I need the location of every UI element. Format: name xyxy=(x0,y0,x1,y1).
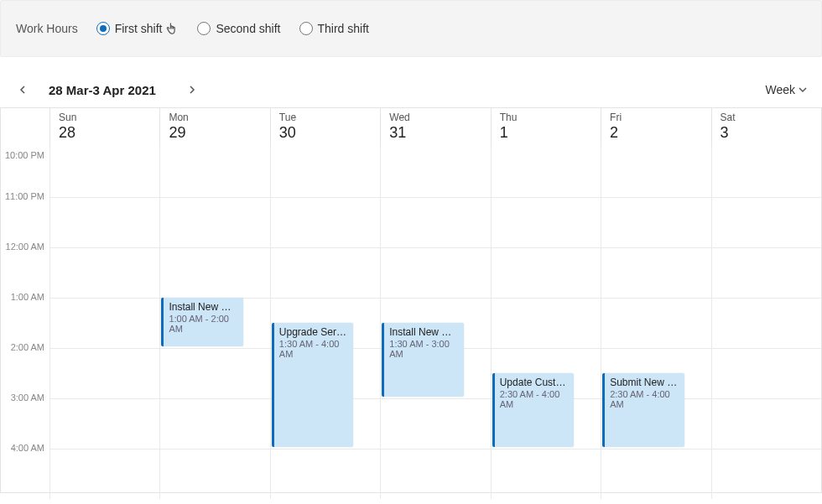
radio-icon xyxy=(197,22,211,35)
grid-cell[interactable] xyxy=(491,449,601,499)
time-slot-label: 3:00 AM xyxy=(1,392,49,443)
view-label: Week xyxy=(765,83,795,96)
grid-cell[interactable] xyxy=(601,248,710,298)
day-header-thu[interactable]: Thu 1 xyxy=(491,108,601,147)
radio-third-shift[interactable]: Third shift xyxy=(299,22,369,35)
grid-cell[interactable] xyxy=(159,248,269,298)
event-title: Install New Route… xyxy=(169,301,237,313)
calendar-grid: 10:00 PM11:00 PM12:00 AM1:00 AM2:00 AM3:… xyxy=(1,147,821,492)
grid-cell[interactable] xyxy=(49,198,159,247)
calendar-nav: 28 Mar-3 Apr 2021 Week xyxy=(0,82,822,107)
grid-cell[interactable] xyxy=(159,449,269,499)
grid-cell[interactable] xyxy=(159,349,269,398)
radio-label: Third shift xyxy=(318,22,369,35)
calendar-event[interactable]: Install New Datab…1:30 AM - 3:00 AM xyxy=(382,323,463,397)
day-header-tue[interactable]: Tue 30 xyxy=(270,108,380,147)
event-time: 1:00 AM - 2:00 AM xyxy=(169,314,237,334)
radio-second-shift[interactable]: Second shift xyxy=(197,22,280,35)
grid-cell[interactable] xyxy=(601,299,710,348)
grid-cell[interactable] xyxy=(711,248,821,298)
event-time: 1:30 AM - 4:00 AM xyxy=(279,339,348,359)
calendar-event[interactable]: Upgrade Server H…1:30 AM - 4:00 AM xyxy=(272,323,353,447)
grid-cell[interactable] xyxy=(380,147,490,197)
grid-cell[interactable] xyxy=(601,198,710,247)
time-slot-label: 2:00 AM xyxy=(1,342,49,392)
day-headers: Sun 28 Mon 29 Tue 30 Wed 31 Thu 1 Fri 2 … xyxy=(1,108,821,147)
grid-cell[interactable] xyxy=(491,198,601,247)
grid-cell[interactable] xyxy=(380,248,490,298)
grid-cell[interactable] xyxy=(49,449,159,499)
event-title: Upgrade Server H… xyxy=(279,326,348,338)
grid-cell[interactable] xyxy=(159,399,269,449)
grid-cell[interactable] xyxy=(49,299,159,348)
event-time: 2:30 AM - 4:00 AM xyxy=(500,389,569,409)
grid-cell[interactable] xyxy=(711,198,821,247)
chevron-down-icon xyxy=(799,86,807,94)
grid-cell[interactable] xyxy=(711,147,821,197)
grid-cell[interactable] xyxy=(711,299,821,348)
grid-cell[interactable] xyxy=(159,147,269,197)
day-header-fri[interactable]: Fri 2 xyxy=(601,108,710,147)
grid-cell[interactable] xyxy=(159,198,269,247)
grid-cell[interactable] xyxy=(270,198,380,247)
grid-body: Install New Route…1:00 AM - 2:00 AMUpgra… xyxy=(49,147,821,492)
calendar-event[interactable]: Update Customer …2:30 AM - 4:00 AM xyxy=(492,373,574,447)
event-time: 2:30 AM - 4:00 AM xyxy=(610,389,679,409)
date-range-label: 28 Mar-3 Apr 2021 xyxy=(49,83,156,97)
radio-first-shift[interactable]: First shift xyxy=(96,21,179,36)
grid-cell[interactable] xyxy=(49,147,159,197)
grid-cell[interactable] xyxy=(380,449,490,499)
time-slot-label: 4:00 AM xyxy=(1,443,49,493)
time-slot-label: 12:00 AM xyxy=(1,242,49,292)
day-header-wed[interactable]: Wed 31 xyxy=(380,108,490,147)
radio-icon xyxy=(299,22,313,35)
next-week-button[interactable] xyxy=(185,82,200,97)
grid-cell[interactable] xyxy=(270,147,380,197)
work-hours-label: Work Hours xyxy=(16,22,78,35)
event-title: Update Customer … xyxy=(500,377,569,388)
grid-cell[interactable] xyxy=(491,299,601,348)
event-title: Install New Datab… xyxy=(389,326,458,338)
cursor-hand-icon xyxy=(165,21,179,36)
prev-week-button[interactable] xyxy=(15,82,30,97)
grid-cell[interactable] xyxy=(601,449,710,499)
radio-icon xyxy=(96,22,110,35)
grid-cell[interactable] xyxy=(270,449,380,499)
grid-cell[interactable] xyxy=(49,399,159,449)
grid-cell[interactable] xyxy=(49,248,159,298)
event-title: Submit New Web… xyxy=(610,377,679,388)
work-hours-toolbar: Work Hours First shift Second shift Thir… xyxy=(0,0,822,57)
event-time: 1:30 AM - 3:00 AM xyxy=(389,339,458,359)
calendar: Sun 28 Mon 29 Tue 30 Wed 31 Thu 1 Fri 2 … xyxy=(0,107,822,493)
time-slot-label: 10:00 PM xyxy=(1,147,49,197)
grid-cell[interactable] xyxy=(270,248,380,298)
grid-cell[interactable] xyxy=(491,248,601,298)
grid-cell[interactable] xyxy=(711,349,821,398)
radio-label: First shift xyxy=(115,22,163,35)
grid-cell[interactable] xyxy=(711,449,821,499)
day-header-sun[interactable]: Sun 28 xyxy=(49,108,159,147)
grid-cell[interactable] xyxy=(380,399,490,449)
shift-radio-group: First shift Second shift Third shift xyxy=(96,21,369,36)
grid-cell[interactable] xyxy=(601,147,710,197)
radio-label: Second shift xyxy=(216,22,280,35)
time-slot-label: 11:00 PM xyxy=(1,191,49,242)
grid-cell[interactable] xyxy=(380,198,490,247)
calendar-event[interactable]: Install New Route…1:00 AM - 2:00 AM xyxy=(161,298,242,346)
view-picker[interactable]: Week xyxy=(765,83,807,96)
day-header-mon[interactable]: Mon 29 xyxy=(159,108,269,147)
time-gutter-header xyxy=(1,108,49,147)
time-slot-label: 1:00 AM xyxy=(1,292,49,342)
day-header-sat[interactable]: Sat 3 xyxy=(711,108,821,147)
grid-cell[interactable] xyxy=(49,349,159,398)
calendar-event[interactable]: Submit New Web…2:30 AM - 4:00 AM xyxy=(602,373,684,447)
grid-cell[interactable] xyxy=(711,399,821,449)
grid-cell[interactable] xyxy=(491,147,601,197)
time-gutter: 10:00 PM11:00 PM12:00 AM1:00 AM2:00 AM3:… xyxy=(1,147,49,499)
